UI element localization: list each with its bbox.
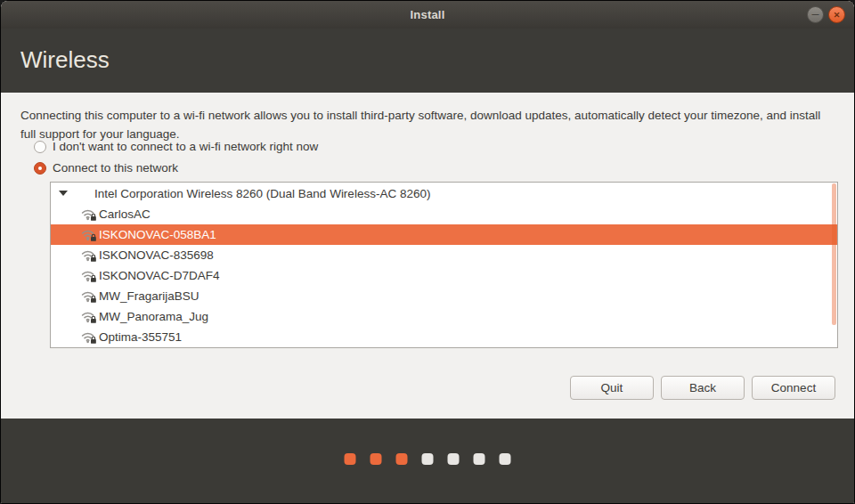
footer xyxy=(1,419,854,503)
action-buttons: Quit Back Connect xyxy=(570,376,835,400)
network-name: Optima-355751 xyxy=(99,330,182,344)
window-controls: — ✕ xyxy=(807,6,845,23)
content-area: Connecting this computer to a wi-fi netw… xyxy=(1,93,854,420)
wifi-lock-icon xyxy=(81,310,98,324)
window-title: Install xyxy=(411,8,445,21)
progress-dot xyxy=(474,453,485,465)
radio-label: Connect to this network xyxy=(53,161,178,175)
network-name: ISKONOVAC-835698 xyxy=(99,248,214,262)
list-scrollbar[interactable] xyxy=(832,183,836,325)
adapter-label: Intel Corporation Wireless 8260 (Dual Ba… xyxy=(94,187,430,200)
radio-option-no-wifi[interactable]: I don't want to connect to a wi-fi netwo… xyxy=(34,140,318,153)
quit-button[interactable]: Quit xyxy=(570,376,654,400)
network-row[interactable]: ISKONOVAC-835698 xyxy=(51,245,837,265)
wifi-lock-icon xyxy=(81,228,98,242)
network-list: Intel Corporation Wireless 8260 (Dual Ba… xyxy=(50,182,838,348)
radio-option-connect[interactable]: Connect to this network xyxy=(34,161,178,175)
page-header: Wireless xyxy=(1,28,854,93)
network-row[interactable]: CarlosAC xyxy=(51,204,837,224)
radio-indicator-selected[interactable] xyxy=(34,162,46,175)
page-title: Wireless xyxy=(20,46,110,74)
network-row[interactable]: ISKONOVAC-D7DAF4 xyxy=(51,265,837,286)
wifi-lock-icon xyxy=(81,207,98,222)
adapter-row[interactable]: Intel Corporation Wireless 8260 (Dual Ba… xyxy=(51,183,837,204)
wifi-lock-icon xyxy=(81,269,98,283)
network-name: MW_Panorama_Jug xyxy=(99,310,208,323)
network-row[interactable]: Optima-355751 xyxy=(51,327,837,347)
wifi-lock-icon xyxy=(81,248,98,263)
progress-dot xyxy=(370,453,382,465)
close-button[interactable]: ✕ xyxy=(828,6,845,23)
network-row-selected[interactable]: ISKONOVAC-058BA1 xyxy=(51,224,837,245)
network-name: ISKONOVAC-058BA1 xyxy=(99,228,216,241)
progress-dot xyxy=(422,453,434,465)
progress-dot xyxy=(396,453,408,465)
install-window: Install — ✕ Wireless Connecting this com… xyxy=(0,0,855,504)
network-name: CarlosAC xyxy=(99,207,151,221)
network-name: MW_FragarijaBSU xyxy=(99,289,200,303)
progress-dot xyxy=(500,453,511,465)
network-name: ISKONOVAC-D7DAF4 xyxy=(99,269,220,282)
wifi-lock-icon xyxy=(81,330,98,345)
expander-icon[interactable] xyxy=(59,191,68,196)
minimize-icon: — xyxy=(812,10,819,18)
network-row[interactable]: MW_Panorama_Jug xyxy=(51,306,837,327)
progress-dot xyxy=(345,453,356,465)
wifi-lock-icon xyxy=(81,289,98,304)
intro-text: Connecting this computer to a wi-fi netw… xyxy=(20,107,822,143)
progress-dots xyxy=(345,453,511,465)
progress-dot xyxy=(448,453,460,465)
close-icon: ✕ xyxy=(834,11,841,20)
network-row[interactable]: MW_FragarijaBSU xyxy=(51,286,837,306)
titlebar: Install — ✕ xyxy=(1,1,854,29)
connect-button[interactable]: Connect xyxy=(752,376,835,400)
radio-label: I don't want to connect to a wi-fi netwo… xyxy=(53,140,318,153)
back-button[interactable]: Back xyxy=(661,376,745,400)
radio-indicator-unselected[interactable] xyxy=(34,141,46,153)
minimize-button[interactable]: — xyxy=(807,6,824,23)
